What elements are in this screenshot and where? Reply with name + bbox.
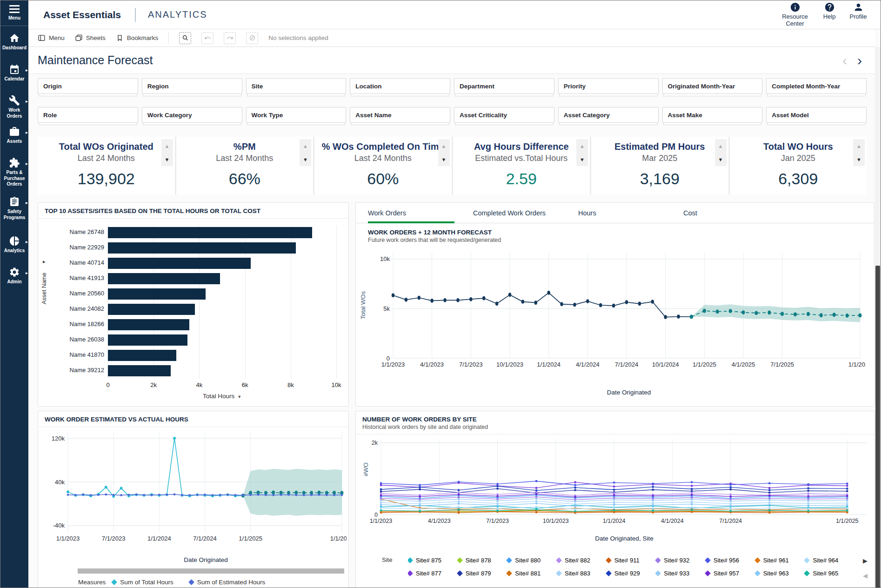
filter-region[interactable]: Region xyxy=(142,78,242,94)
filter-origin[interactable]: Origin xyxy=(38,78,138,94)
legend-item[interactable]: Site# 880 xyxy=(507,557,557,564)
filter-role[interactable]: Role xyxy=(38,107,138,123)
est-horizontal-scrollbar[interactable] xyxy=(78,568,344,574)
filter-asset-name[interactable]: Asset Name xyxy=(350,107,450,123)
sidebar-item-parts-purchase-orders[interactable]: Parts & Purchase Orders▸ xyxy=(0,151,28,190)
filter-asset-make[interactable]: Asset Make xyxy=(662,107,763,123)
legend-next-icon[interactable]: ▶ xyxy=(863,557,868,564)
smart-search-button[interactable] xyxy=(179,32,191,44)
legend-item[interactable]: Site# 932 xyxy=(656,557,706,564)
previous-sheet-button[interactable]: ‹ xyxy=(842,54,847,67)
info-icon xyxy=(790,2,801,13)
resource-center-button[interactable]: Resource Center xyxy=(778,2,812,27)
spinner-up-icon[interactable]: ▲ xyxy=(303,143,308,149)
filter-department[interactable]: Department xyxy=(454,78,554,94)
spinner-up-icon[interactable]: ▲ xyxy=(165,143,170,149)
sidebar-item-dashboard[interactable]: Dashboard xyxy=(0,26,28,57)
spinner-up-icon[interactable]: ▲ xyxy=(580,143,585,149)
step-back-button[interactable] xyxy=(201,32,214,44)
bar[interactable] xyxy=(108,273,220,284)
sidebar-item-assets[interactable]: Assets▸ xyxy=(0,120,28,151)
legend-item[interactable]: Site# 882 xyxy=(557,557,607,564)
legend-item[interactable]: Site# 929 xyxy=(607,570,656,577)
legend-item[interactable]: Site# 911 xyxy=(607,557,656,564)
legend-item[interactable]: Site# 878 xyxy=(458,557,507,564)
filter-completed-month-year[interactable]: Completed Month-Year xyxy=(766,78,867,94)
page-scrollbar-thumb[interactable] xyxy=(875,266,880,588)
bar[interactable] xyxy=(108,242,296,254)
filter-asset-criticality[interactable]: Asset Criticality xyxy=(454,107,554,123)
forecast-line-chart[interactable]: 1/1/20234/1/20237/1/202310/1/20231/1/202… xyxy=(367,247,866,372)
bar[interactable] xyxy=(108,350,176,361)
spinner-up-icon[interactable]: ▲ xyxy=(856,143,861,149)
filter-site[interactable]: Site xyxy=(246,78,347,94)
bar[interactable] xyxy=(108,258,251,269)
legend-item[interactable]: Site# 957 xyxy=(706,570,755,577)
clear-selections-button[interactable] xyxy=(246,32,258,44)
est-line-chart[interactable]: 1/1/20237/1/20231/1/20247/1/20241/1/2025… xyxy=(41,428,347,545)
svg-text:0: 0 xyxy=(387,355,390,362)
profile-button[interactable]: Profile xyxy=(847,2,869,20)
legend-item[interactable]: Sum of Total Hours xyxy=(112,579,174,586)
bar[interactable] xyxy=(108,319,189,330)
kpi-subtitle: Estimated vs.Total Hours xyxy=(453,154,590,163)
bar[interactable] xyxy=(108,288,206,300)
spinner-down-icon[interactable]: ▼ xyxy=(856,157,861,162)
spinner-down-icon[interactable]: ▼ xyxy=(718,157,723,162)
legend-item[interactable]: Sum of Estimated Hours xyxy=(189,579,265,586)
spinner-up-icon[interactable]: ▲ xyxy=(441,143,447,149)
site-legend: Site# 875Site# 878Site# 880Site# 882Site… xyxy=(408,554,854,586)
filter-location[interactable]: Location xyxy=(350,78,450,94)
legend-prev-icon[interactable]: ◀ xyxy=(863,572,868,579)
site-line-chart[interactable]: 1/1/20234/1/20237/1/202310/1/20231/1/202… xyxy=(360,435,871,527)
sidebar-item-calendar[interactable]: Calendar▸ xyxy=(0,57,28,88)
spinner-down-icon[interactable]: ▼ xyxy=(441,157,447,162)
tab-work-orders[interactable]: Work Orders xyxy=(368,203,473,223)
top10-bar-plot[interactable] xyxy=(108,225,336,379)
filter-priority[interactable]: Priority xyxy=(558,78,659,94)
tab-cost[interactable]: Cost xyxy=(683,203,788,223)
legend-item[interactable]: Site# 877 xyxy=(408,570,458,577)
top10-measure-dropdown[interactable]: Total Hours▼ xyxy=(108,393,336,400)
legend-marker-icon xyxy=(655,570,661,576)
tab-hours[interactable]: Hours xyxy=(578,203,683,223)
help-button[interactable]: Help xyxy=(819,2,840,20)
toolbar-menu-button[interactable]: Menu xyxy=(38,34,65,42)
filter-asset-model[interactable]: Asset Model xyxy=(766,107,867,123)
spinner-down-icon[interactable]: ▼ xyxy=(580,157,585,162)
sidebar-menu-button[interactable]: Menu xyxy=(0,0,28,26)
spinner-down-icon[interactable]: ▼ xyxy=(165,157,170,162)
legend-item[interactable]: Site# 961 xyxy=(755,557,805,564)
bar[interactable] xyxy=(108,334,187,346)
filter-asset-category[interactable]: Asset Category xyxy=(558,107,659,123)
sidebar-item-admin[interactable]: Admin▸ xyxy=(0,260,28,291)
tab-completed-work-orders[interactable]: Completed Work Orders xyxy=(473,203,578,223)
spinner-down-icon[interactable]: ▼ xyxy=(303,157,308,162)
toolbar-sheets-button[interactable]: Sheets xyxy=(75,34,106,42)
legend-item[interactable]: Site# 881 xyxy=(507,570,557,577)
toolbar-bookmarks-button[interactable]: Bookmarks xyxy=(116,34,159,42)
legend-item[interactable]: Site# 883 xyxy=(557,570,607,577)
legend-item[interactable]: Site# 965 xyxy=(805,570,854,577)
bar[interactable] xyxy=(108,304,195,315)
sidebar-item-safety-programs[interactable]: Safety Programs▸ xyxy=(0,190,28,229)
legend-item[interactable]: Site# 963 xyxy=(755,570,805,577)
legend-item[interactable]: Site# 933 xyxy=(656,570,706,577)
bar[interactable] xyxy=(108,365,171,376)
legend-item[interactable]: Site# 875 xyxy=(408,557,458,564)
page-scrollbar[interactable] xyxy=(875,47,881,588)
next-sheet-button[interactable]: › xyxy=(857,54,862,67)
legend-item-label: Site# 933 xyxy=(664,570,689,577)
filter-work-type[interactable]: Work Type xyxy=(246,107,347,123)
sidebar-item-analytics[interactable]: Analytics▸ xyxy=(0,229,28,260)
legend-item[interactable]: Site# 956 xyxy=(706,557,755,564)
legend-item[interactable]: Site# 879 xyxy=(458,570,507,577)
bar[interactable] xyxy=(108,227,312,238)
legend-item[interactable]: Site# 964 xyxy=(805,557,854,564)
legend-marker-icon xyxy=(606,570,612,576)
step-forward-button[interactable] xyxy=(224,32,236,44)
filter-originated-month-year[interactable]: Originated Month-Year xyxy=(662,78,763,94)
spinner-up-icon[interactable]: ▲ xyxy=(718,143,723,149)
sidebar-item-work-orders[interactable]: Work Orders▸ xyxy=(0,88,28,120)
filter-work-category[interactable]: Work Category xyxy=(142,107,242,123)
